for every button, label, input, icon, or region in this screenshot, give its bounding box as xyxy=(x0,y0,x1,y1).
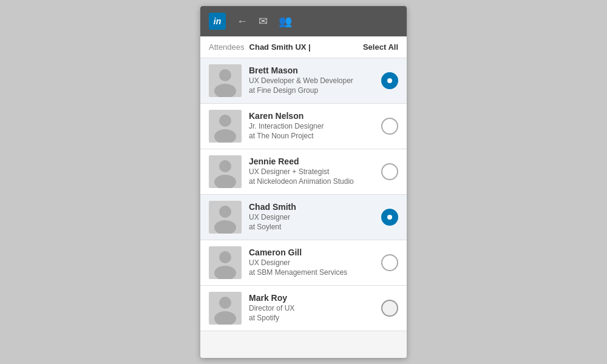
list-item: Chad Smith UX Designerat Soylent xyxy=(200,195,407,240)
person-title: UX Designerat SBM Menagement Services xyxy=(249,258,374,277)
person-title: UX Designerat Soylent xyxy=(249,213,374,232)
list-item: Cameron Gill UX Designerat SBM Menagemen… xyxy=(200,240,407,286)
back-icon[interactable]: ← xyxy=(237,15,248,28)
person-info: Brett Mason UX Developer & Web Developer… xyxy=(249,66,374,95)
person-title: UX Developer & Web Developerat Fine Desi… xyxy=(249,76,374,95)
person-name: Brett Mason xyxy=(249,66,374,75)
list-item: Mark Roy Director of UXat Spotify xyxy=(200,286,407,331)
person-title: UX Designer + Strategistat Nickelodeon A… xyxy=(249,167,374,186)
phone-container: in ← ✉ 👥 Attendees Chad Smith UX | Selec… xyxy=(200,6,407,358)
person-name: Mark Roy xyxy=(249,293,374,303)
person-info: Cameron Gill UX Designerat SBM Menagemen… xyxy=(249,248,374,277)
header: Attendees Chad Smith UX | Select All xyxy=(200,36,407,58)
contacts-icon[interactable]: 👥 xyxy=(279,15,292,28)
list-item: Brett Mason UX Developer & Web Developer… xyxy=(200,58,407,104)
svg-point-4 xyxy=(219,115,231,127)
svg-point-13 xyxy=(219,251,231,263)
list-item: Karen Nelson Jr. Interaction Designerat … xyxy=(200,104,407,149)
select-button[interactable] xyxy=(381,118,398,135)
avatar xyxy=(209,110,242,143)
contacts-list: Brett Mason UX Developer & Web Developer… xyxy=(200,58,407,358)
person-info: Karen Nelson Jr. Interaction Designerat … xyxy=(249,111,374,141)
select-button[interactable] xyxy=(381,72,398,89)
svg-point-16 xyxy=(219,297,231,309)
person-title: Jr. Interaction Designerat The Noun Proj… xyxy=(249,122,374,141)
avatar xyxy=(209,201,242,234)
person-info: Chad Smith UX Designerat Soylent xyxy=(249,202,374,232)
avatar xyxy=(209,246,242,279)
person-name: Chad Smith xyxy=(249,202,374,212)
select-all-button[interactable]: Select All xyxy=(363,42,398,52)
avatar xyxy=(209,292,242,325)
person-name: Cameron Gill xyxy=(249,248,374,257)
svg-point-1 xyxy=(219,69,231,81)
person-title: Director of UXat Spotify xyxy=(249,304,374,323)
attendees-label: Attendees xyxy=(209,42,245,52)
avatar xyxy=(209,155,242,188)
svg-point-10 xyxy=(219,206,231,218)
select-button[interactable] xyxy=(381,300,398,317)
current-tab-label[interactable]: Chad Smith UX | xyxy=(249,42,363,52)
select-button[interactable] xyxy=(381,209,398,226)
person-info: Jennie Reed UX Designer + Strategistat N… xyxy=(249,157,374,186)
select-button[interactable] xyxy=(381,254,398,271)
message-icon[interactable]: ✉ xyxy=(259,15,268,28)
linkedin-logo: in xyxy=(209,13,226,30)
svg-point-7 xyxy=(219,160,231,172)
select-button[interactable] xyxy=(381,163,398,180)
list-item: Jennie Reed UX Designer + Strategistat N… xyxy=(200,149,407,195)
person-info: Mark Roy Director of UXat Spotify xyxy=(249,293,374,323)
top-bar: in ← ✉ 👥 xyxy=(200,6,407,36)
avatar xyxy=(209,64,242,97)
person-name: Jennie Reed xyxy=(249,157,374,166)
person-name: Karen Nelson xyxy=(249,111,374,121)
